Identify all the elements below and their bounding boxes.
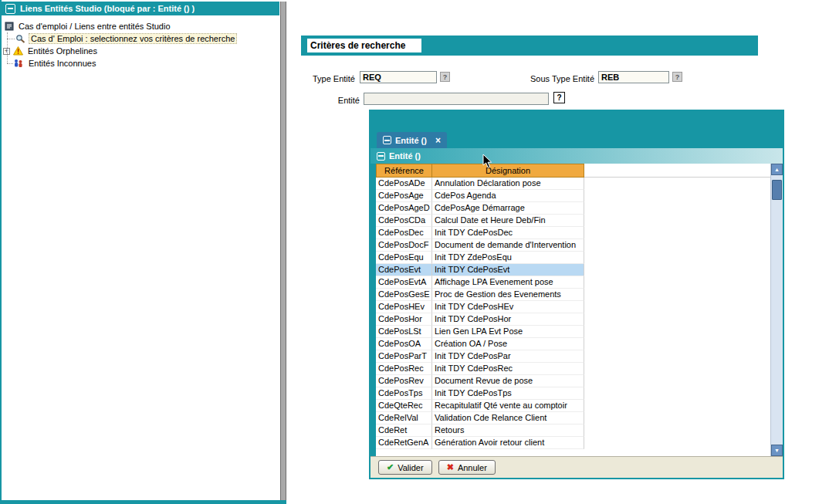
cell-reference: CdeRetGenA bbox=[376, 437, 432, 449]
table-row[interactable]: CdePosEqu Init TDY ZdePosEqu bbox=[376, 252, 783, 264]
tree-connector-line bbox=[7, 63, 13, 64]
entite-help-button[interactable]: ? bbox=[553, 92, 565, 103]
entity-picker-window: Entité () × Entité () Référence Désignat… bbox=[369, 110, 784, 479]
annuler-button[interactable]: ✖ Annuler bbox=[438, 460, 496, 475]
cell-designation: Calcul Date et Heure Deb/Fin bbox=[432, 215, 584, 227]
header-label: Entité () bbox=[389, 151, 421, 161]
table-row[interactable]: CdePosAge CdePos Agenda bbox=[376, 190, 783, 202]
table-row[interactable]: CdePosCDa Calcul Date et Heure Deb/Fin bbox=[376, 215, 783, 227]
header-window-icon bbox=[377, 152, 385, 161]
cell-reference: CdePosOA bbox=[376, 338, 432, 350]
entite-label: Entité bbox=[294, 96, 360, 105]
app-window: Liens Entités Studio (bloqué par : Entit… bbox=[0, 0, 829, 504]
cell-designation: Init TDY CdePosPar bbox=[432, 350, 584, 363]
window-bottom-border bbox=[0, 500, 286, 504]
sous-type-entite-help-button[interactable]: ? bbox=[672, 72, 682, 82]
table-header-row: Référence Désignation bbox=[376, 164, 783, 178]
type-entite-help-button[interactable]: ? bbox=[440, 72, 450, 82]
column-header-designation[interactable]: Désignation bbox=[432, 164, 584, 178]
persons-icon bbox=[13, 59, 24, 68]
table-row[interactable]: CdePosParT Init TDY CdePosPar bbox=[376, 350, 783, 363]
table-row[interactable]: CdePosLSt Lien Gen LPA Evt Pose bbox=[376, 326, 783, 338]
cell-designation: Init TDY CdePosEvt bbox=[432, 264, 584, 276]
table-row[interactable]: CdePosTps Init TDY CdePosTps bbox=[376, 387, 783, 400]
tree-panel: Cas d'emploi / Liens entre entités Studi… bbox=[2, 15, 280, 499]
tab-window-icon bbox=[383, 136, 391, 144]
tree-item-label: Entités Orphelines bbox=[26, 46, 99, 56]
cell-designation: Init TDY CdePosRec bbox=[432, 363, 584, 375]
sous-type-entite-input[interactable] bbox=[598, 71, 669, 83]
tree-item-label: Cas d'emploi / Liens entre entités Studi… bbox=[17, 22, 172, 31]
column-header-reference[interactable]: Référence bbox=[376, 164, 432, 178]
tree-item-root[interactable]: Cas d'emploi / Liens entre entités Studi… bbox=[2, 20, 280, 32]
tree-item-label: Cas d' Emploi : selectionnez vos critère… bbox=[29, 33, 237, 44]
cell-designation: Document de demande d'Intervention bbox=[432, 239, 584, 252]
table-row[interactable]: CdePosDocF Document de demande d'Interve… bbox=[376, 239, 783, 252]
cell-reference: CdeRelVal bbox=[376, 412, 432, 425]
cell-reference: CdePosAgeD bbox=[376, 202, 432, 215]
cell-designation: CdePos Agenda bbox=[432, 190, 584, 202]
cell-reference: CdePosADe bbox=[376, 178, 432, 190]
scrollbar-thumb[interactable] bbox=[772, 180, 782, 200]
type-entite-input[interactable] bbox=[360, 71, 437, 83]
cell-reference: CdePosGesE bbox=[376, 289, 432, 301]
warning-icon bbox=[13, 46, 23, 56]
scroll-down-arrow[interactable]: ▼ bbox=[771, 445, 783, 456]
table-row[interactable]: CdePosAgeD CdePosAge Démarrage bbox=[376, 202, 783, 215]
table-row[interactable]: CdePosADe Annulation Déclaration pose bbox=[376, 178, 783, 190]
cell-designation: Recapitulatif Qté vente au comptoir bbox=[432, 400, 584, 412]
picker-button-bar: ✔ Valider ✖ Annuler bbox=[371, 456, 783, 478]
cell-designation: Affichage LPA Evenement pose bbox=[432, 276, 584, 289]
table-row[interactable]: CdeRelVal Validation Cde Relance Client bbox=[376, 412, 783, 425]
table-body: CdePosADe Annulation Déclaration pose Cd… bbox=[376, 178, 783, 449]
window-titlebar[interactable]: Liens Entités Studio (bloqué par : Entit… bbox=[2, 2, 279, 15]
cell-reference: CdePosAge bbox=[376, 190, 432, 202]
criteria-header-bar: Critères de recherche bbox=[301, 36, 758, 56]
table-row[interactable]: CdePosRec Init TDY CdePosRec bbox=[376, 363, 783, 375]
window-menu-icon[interactable] bbox=[5, 4, 15, 14]
table-row[interactable]: CdePosOA Création OA / Pose bbox=[376, 338, 783, 350]
cell-designation: Validation Cde Relance Client bbox=[432, 412, 584, 425]
tree-item-orphelines[interactable]: + Entités Orphelines bbox=[2, 45, 280, 57]
cell-designation: Création OA / Pose bbox=[432, 338, 584, 350]
valider-button-label: Valider bbox=[398, 463, 423, 472]
cell-reference: CdePosHEv bbox=[376, 301, 432, 313]
cell-designation: Init TDY CdePosDec bbox=[432, 227, 584, 239]
cell-reference: CdePosTps bbox=[376, 387, 432, 400]
table-row[interactable]: CdePosHEv Init TDY CdePosHEv bbox=[376, 301, 783, 313]
tree-item-cas-emploi[interactable]: Cas d' Emploi : selectionnez vos critère… bbox=[2, 32, 280, 45]
tree-item-inconnues[interactable]: Entités Inconnues bbox=[2, 57, 280, 69]
cell-designation: Génération Avoir retour client bbox=[432, 437, 584, 449]
table-row[interactable]: CdePosDec Init TDY CdePosDec bbox=[376, 227, 783, 239]
table-row[interactable]: CdePosHor Init TDY CdePosHor bbox=[376, 313, 783, 326]
scroll-up-arrow[interactable]: ▲ bbox=[771, 164, 783, 175]
cell-designation: Init TDY CdePosHEv bbox=[432, 301, 584, 313]
panel-splitter[interactable] bbox=[280, 2, 286, 500]
table-row[interactable]: CdePosEvt Init TDY CdePosEvt bbox=[376, 264, 783, 276]
entite-input[interactable] bbox=[364, 93, 549, 105]
criteria-header-title: Critères de recherche bbox=[307, 39, 421, 52]
table-row[interactable]: CdePosRev Document Revue de pose bbox=[376, 375, 783, 387]
cell-reference: CdePosParT bbox=[376, 350, 432, 363]
tree-item-label: Entités Inconnues bbox=[27, 59, 97, 68]
entity-picker-tab[interactable]: Entité () × bbox=[377, 132, 447, 148]
table-row[interactable]: CdeQteRec Recapitulatif Qté vente au com… bbox=[376, 400, 783, 412]
table-row[interactable]: CdeRet Retours bbox=[376, 425, 783, 437]
table-row[interactable]: CdePosEvtA Affichage LPA Evenement pose bbox=[376, 276, 783, 289]
cell-reference: CdePosDocF bbox=[376, 239, 432, 252]
cell-reference: CdeRet bbox=[376, 425, 432, 437]
cell-reference: CdeQteRec bbox=[376, 400, 432, 412]
cell-reference: CdePosRec bbox=[376, 363, 432, 375]
cell-reference: CdePosRev bbox=[376, 375, 432, 387]
table-row[interactable]: CdePosGesE Proc de Gestion des Evenement… bbox=[376, 289, 783, 301]
cell-reference: CdePosHor bbox=[376, 313, 432, 326]
vertical-scrollbar[interactable]: ▲ ▼ bbox=[770, 164, 783, 456]
cell-designation: Annulation Déclaration pose bbox=[432, 178, 584, 190]
magnifier-icon bbox=[15, 34, 25, 43]
tree-connector-line bbox=[7, 39, 15, 39]
table-row[interactable]: CdeRetGenA Génération Avoir retour clien… bbox=[376, 437, 783, 449]
cell-designation: Retours bbox=[432, 425, 584, 437]
sous-type-entite-label: Sous Type Entité bbox=[518, 74, 594, 83]
tab-close-icon[interactable]: × bbox=[435, 137, 441, 144]
valider-button[interactable]: ✔ Valider bbox=[378, 460, 432, 475]
